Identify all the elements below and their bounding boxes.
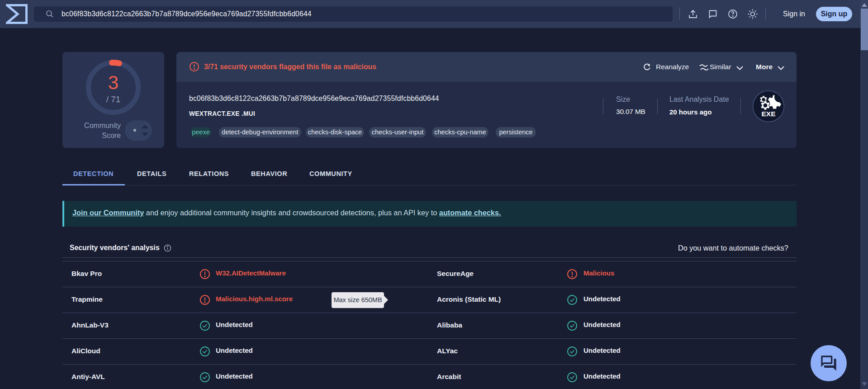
svg-text:EXE: EXE	[761, 110, 775, 118]
